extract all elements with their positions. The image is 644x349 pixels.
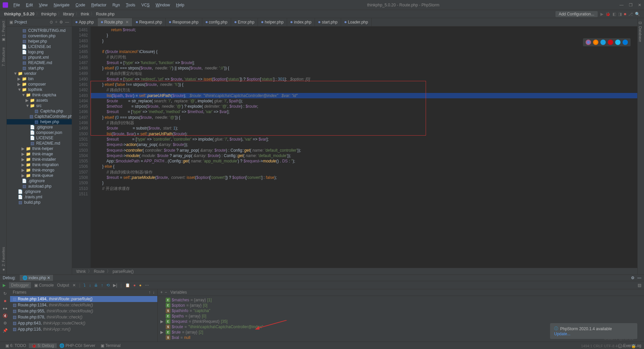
- step-into-icon[interactable]: ↓: [89, 283, 91, 288]
- editor-tab[interactable]: start.php: [315, 18, 341, 26]
- tree-item[interactable]: ▼📁topthink: [7, 87, 72, 92]
- editor-tab[interactable]: Response.php: [166, 18, 202, 26]
- debugger-tab[interactable]: Debugger: [9, 282, 31, 288]
- tree-item[interactable]: ▤README.md: [7, 141, 72, 146]
- menu-run[interactable]: Run: [110, 1, 122, 9]
- breadcrumb-item[interactable]: thinkphp_5.0.20: [4, 12, 35, 16]
- tree-item[interactable]: ▶📁think-queue: [7, 173, 72, 178]
- pin-icon[interactable]: 📌: [3, 328, 8, 333]
- git-icon[interactable]: ⎇: [628, 12, 633, 16]
- stack-frame[interactable]: ▤ Route.php:955, think\Route::checkRoute…: [10, 308, 157, 314]
- stack-frame[interactable]: ▤ Route.php:1494, think\Route::parseRule…: [10, 296, 157, 302]
- run-to-cursor-icon[interactable]: ▶|: [113, 283, 117, 288]
- tree-item[interactable]: ▤helper.php: [7, 119, 72, 124]
- editor-tab[interactable]: Request.php: [132, 18, 166, 26]
- debug-tool[interactable]: 🐞 5: Debug: [29, 343, 57, 348]
- mute-bp-icon[interactable]: ●: [133, 283, 136, 288]
- tree-item[interactable]: ▶📁assets: [7, 98, 72, 103]
- editor-tab[interactable]: index.php: [287, 18, 315, 26]
- output-tab[interactable]: Output: [57, 283, 69, 288]
- step-out-icon[interactable]: ↑: [101, 283, 103, 288]
- menu-file[interactable]: File: [11, 1, 22, 9]
- tree-item[interactable]: ▤CaptchaController.ph: [7, 114, 72, 119]
- tree-item[interactable]: ▤start.php: [7, 65, 72, 71]
- tree-item[interactable]: ▤convention.php: [7, 33, 72, 39]
- next-frame-icon[interactable]: ↓: [153, 290, 155, 295]
- variable-row[interactable]: E $matches = {array} [1]: [160, 297, 641, 303]
- menu-navigate[interactable]: Navigate: [51, 1, 72, 9]
- tree-item[interactable]: ▤build.php: [7, 200, 72, 205]
- project-tool-tab[interactable]: ▣ 1: Project: [0, 18, 6, 45]
- editor-tab[interactable]: Route.php ✕: [98, 18, 132, 26]
- menu-tools[interactable]: Tools: [123, 1, 138, 9]
- tree-item[interactable]: ▶📁think-image: [7, 151, 72, 157]
- tree-item[interactable]: ▤Captcha.php: [7, 108, 72, 114]
- terminal-tool[interactable]: ▣ Terminal: [98, 343, 123, 348]
- settings-icon[interactable]: ⚙: [59, 20, 63, 24]
- close-tab-icon[interactable]: ✕: [125, 20, 129, 24]
- menu-window[interactable]: Window: [153, 1, 173, 9]
- minimize-button[interactable]: —: [620, 3, 624, 7]
- tree-item[interactable]: 📄.gitignore: [7, 124, 72, 130]
- tree-item[interactable]: ▶📁think-installer: [7, 157, 72, 162]
- prev-frame-icon[interactable]: ↑: [149, 290, 151, 295]
- debug-hide-icon[interactable]: —: [637, 276, 641, 280]
- variable-row[interactable]: E $paths = {array} [0]: [160, 313, 641, 319]
- safari-icon[interactable]: [600, 40, 606, 45]
- update-link[interactable]: Update...: [554, 332, 633, 336]
- breadcrumb-item[interactable]: think: [81, 12, 89, 16]
- breadcrumb-item[interactable]: Route.php: [96, 12, 114, 16]
- debug-icon[interactable]: 🐞: [605, 12, 610, 16]
- tree-item[interactable]: ▤README.md: [7, 60, 72, 65]
- tree-item[interactable]: ▤CONTRIBUTING.md: [7, 28, 72, 33]
- tree-item[interactable]: 📄.travis.yml: [7, 194, 72, 200]
- tree-item[interactable]: ▶📁think-mongo: [7, 167, 72, 173]
- breadcrumb-item[interactable]: library: [63, 12, 74, 16]
- coverage-icon[interactable]: ◧: [612, 12, 616, 16]
- tree-item[interactable]: ▼📁src: [7, 103, 72, 108]
- tree-item[interactable]: 📄composer.json: [7, 130, 72, 135]
- menu-edit[interactable]: Edit: [23, 1, 36, 9]
- bp-icon[interactable]: ●●: [3, 306, 8, 311]
- tree-item[interactable]: ▶📁bin: [7, 76, 72, 82]
- force-step-icon[interactable]: ⇊: [94, 283, 98, 288]
- layout-icon[interactable]: ▤: [638, 283, 641, 288]
- drop-frame-icon[interactable]: ⟲: [106, 283, 110, 288]
- stack-frame[interactable]: ▤ Route.php:1194, think\Route::checkRule…: [10, 302, 157, 308]
- structure-tool-tab[interactable]: 7: Structure: [1, 45, 6, 69]
- console-tab[interactable]: ▣ Console: [34, 283, 54, 288]
- more-icon[interactable]: ⋯: [145, 283, 149, 288]
- search-icon[interactable]: 🔍: [635, 12, 640, 16]
- opera-icon[interactable]: [608, 40, 613, 45]
- stop-icon[interactable]: ■: [624, 12, 626, 16]
- editor-tab[interactable]: Loader.php: [341, 18, 372, 26]
- remove-watch-icon[interactable]: −: [165, 290, 167, 295]
- tree-item[interactable]: ▼📁vendor: [7, 71, 72, 76]
- editor-tab[interactable]: Error.php: [231, 18, 258, 26]
- view-bp-icon[interactable]: ●: [139, 283, 142, 288]
- firefox-icon[interactable]: [593, 40, 598, 45]
- tree-item[interactable]: 📄LICENSE: [7, 135, 72, 141]
- resume-icon[interactable]: ▶: [3, 283, 6, 288]
- tree-item[interactable]: ▼📁think-captcha: [7, 92, 72, 98]
- expand-icon[interactable]: ÷: [55, 20, 57, 24]
- editor-tab[interactable]: App.php: [72, 18, 98, 26]
- menu-help[interactable]: Help: [173, 1, 187, 9]
- close-output[interactable]: ✕: [72, 283, 76, 288]
- project-arrow-icon[interactable]: ▣: [9, 20, 13, 24]
- menu-vcs[interactable]: VCS: [139, 1, 152, 9]
- editor-tab[interactable]: helper.php: [258, 18, 287, 26]
- database-tool-tab[interactable]: ⛁ Database: [638, 18, 643, 45]
- collapse-icon[interactable]: ⊙: [50, 20, 53, 24]
- tree-item[interactable]: ▤autoload.php: [7, 184, 72, 189]
- tree-item[interactable]: ▤helper.php: [7, 39, 72, 44]
- chrome-icon[interactable]: [586, 40, 591, 45]
- breadcrumb-item[interactable]: thinkphp: [41, 12, 56, 16]
- tree-item[interactable]: 📄LICENSE.txt: [7, 44, 72, 49]
- close-button[interactable]: ✕: [638, 3, 641, 7]
- php-cgi-tool[interactable]: 🌐 PHP-CGI Server: [57, 343, 98, 348]
- variable-row[interactable]: E $option = {array} [0]: [160, 303, 641, 308]
- menu-code[interactable]: Code: [73, 1, 88, 9]
- add-configuration-button[interactable]: Add Configuration...: [555, 11, 598, 17]
- hide-icon[interactable]: —: [65, 20, 69, 24]
